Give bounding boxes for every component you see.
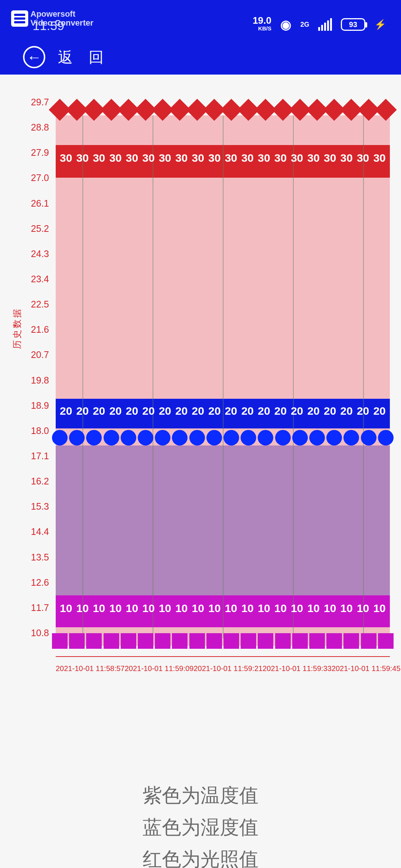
diamond-icon xyxy=(375,99,397,121)
wifi-icon: ◉ xyxy=(280,17,291,32)
red-value-row: 3030303030303030303030303030303030303030 xyxy=(56,152,390,164)
value-20: 20 xyxy=(258,405,270,417)
value-30: 30 xyxy=(258,152,270,164)
value-10: 10 xyxy=(357,602,369,615)
signal-icon xyxy=(318,18,332,31)
value-10: 10 xyxy=(324,602,336,615)
value-30: 30 xyxy=(175,152,188,164)
value-30: 30 xyxy=(60,152,72,164)
square-icon xyxy=(292,633,308,649)
value-30: 30 xyxy=(324,152,336,164)
circle-icon xyxy=(52,430,68,445)
value-10: 10 xyxy=(93,602,105,615)
value-10: 10 xyxy=(274,602,287,615)
value-10: 10 xyxy=(291,602,303,615)
value-30: 30 xyxy=(126,152,138,164)
value-30: 30 xyxy=(142,152,154,164)
x-tick: 2021-10-01 11:59:33 xyxy=(263,664,332,673)
y-tick: 18.0 xyxy=(19,425,49,436)
history-chart: 历史数据 29.728.827.927.026.125.224.323.422.… xyxy=(19,97,390,687)
y-tick: 18.9 xyxy=(19,400,49,411)
purple-band xyxy=(56,445,390,595)
y-tick: 10.8 xyxy=(19,628,49,638)
legend-red: 红色为光照值 xyxy=(0,843,401,868)
value-10: 10 xyxy=(109,602,121,615)
y-tick: 26.1 xyxy=(19,198,49,209)
value-30: 30 xyxy=(274,152,287,164)
pink-band-1 xyxy=(56,178,390,399)
square-icon xyxy=(206,633,222,649)
circle-icon xyxy=(326,430,342,445)
blue-value-row: 2020202020202020202020202020202020202020 xyxy=(56,405,390,417)
square-icon xyxy=(258,633,273,649)
y-tick: 17.1 xyxy=(19,451,49,461)
value-20: 20 xyxy=(340,405,353,417)
x-tick: 2021-10-01 11:58:57 xyxy=(56,664,125,673)
value-10: 10 xyxy=(159,602,171,615)
legend-blue: 蓝色为湿度值 xyxy=(0,811,401,843)
value-20: 20 xyxy=(60,405,72,417)
y-tick: 21.6 xyxy=(19,324,49,335)
square-icon xyxy=(121,633,136,649)
circle-icon xyxy=(86,430,102,445)
value-10: 10 xyxy=(208,602,221,615)
value-20: 20 xyxy=(93,405,105,417)
legend-purple: 紫色为温度值 xyxy=(0,779,401,811)
back-button[interactable]: ← xyxy=(23,46,45,68)
back-label: 返 回 xyxy=(58,47,110,68)
square-icon xyxy=(326,633,342,649)
net-speed: 19.0 KB/S xyxy=(252,16,271,33)
y-tick: 20.7 xyxy=(19,349,49,360)
circle-icon xyxy=(224,430,239,445)
charging-icon: ⚡ xyxy=(374,19,386,30)
value-20: 20 xyxy=(307,405,320,417)
value-20: 20 xyxy=(373,405,385,417)
y-tick: 11.7 xyxy=(19,602,49,613)
value-30: 30 xyxy=(208,152,221,164)
blue-circle-markers xyxy=(52,430,394,445)
plot-area[interactable]: 3030303030303030303030303030303030303030… xyxy=(56,97,390,638)
x-axis-ticks: 2021-10-01 11:58:572021-10-01 11:59:0920… xyxy=(56,664,390,673)
value-10: 10 xyxy=(373,602,385,615)
circle-icon xyxy=(378,430,394,445)
value-10: 10 xyxy=(126,602,138,615)
y-tick: 24.3 xyxy=(19,249,49,259)
circle-icon xyxy=(343,430,359,445)
value-20: 20 xyxy=(192,405,204,417)
square-icon xyxy=(361,633,376,649)
magenta-value-row: 1010101010101010101010101010101010101010 xyxy=(56,602,390,615)
y-tick: 15.3 xyxy=(19,501,49,512)
circle-icon xyxy=(258,430,273,445)
y-tick: 27.0 xyxy=(19,172,49,183)
value-30: 30 xyxy=(192,152,204,164)
square-icon xyxy=(155,633,170,649)
y-tick: 12.6 xyxy=(19,577,49,588)
circle-icon xyxy=(275,430,291,445)
value-10: 10 xyxy=(142,602,154,615)
value-20: 20 xyxy=(208,405,221,417)
red-diamond-markers xyxy=(52,102,394,118)
circle-icon xyxy=(138,430,153,445)
watermark-logo-icon xyxy=(11,10,28,27)
y-tick: 23.4 xyxy=(19,274,49,285)
square-icon xyxy=(275,633,291,649)
square-icon xyxy=(86,633,102,649)
x-axis-line xyxy=(56,656,390,657)
x-tick: 2021-10-01 11:59:09 xyxy=(125,664,194,673)
value-20: 20 xyxy=(241,405,254,417)
magenta-square-markers xyxy=(52,633,394,649)
legend: 紫色为温度值 蓝色为湿度值 红色为光照值 xyxy=(0,779,401,868)
value-30: 30 xyxy=(373,152,385,164)
value-10: 10 xyxy=(76,602,89,615)
network-type: 2G xyxy=(300,21,309,29)
y-tick: 19.8 xyxy=(19,375,49,386)
circle-icon xyxy=(104,430,119,445)
square-icon xyxy=(52,633,68,649)
value-10: 10 xyxy=(340,602,353,615)
value-30: 30 xyxy=(225,152,237,164)
value-20: 20 xyxy=(76,405,89,417)
circle-icon xyxy=(155,430,170,445)
circle-icon xyxy=(241,430,256,445)
circle-icon xyxy=(172,430,188,445)
square-icon xyxy=(104,633,119,649)
